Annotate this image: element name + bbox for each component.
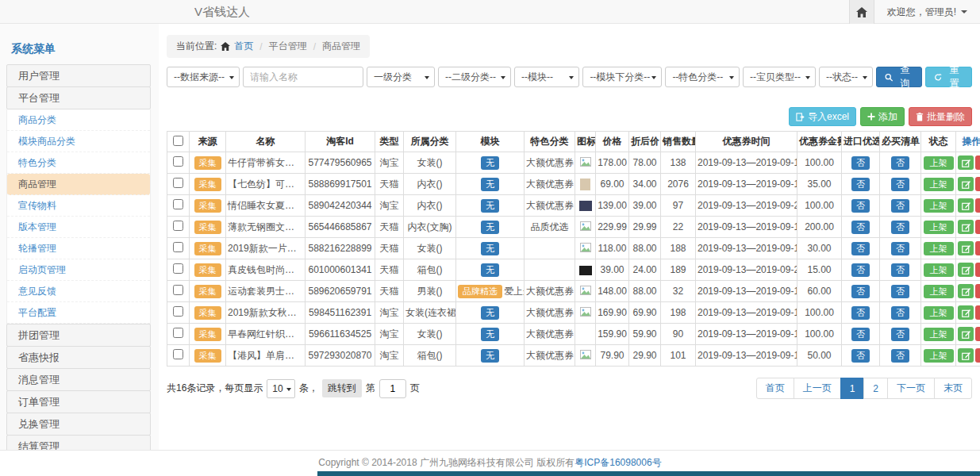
sidebar-item-商品分类[interactable]: 商品分类 bbox=[7, 109, 150, 131]
status-toggle[interactable]: 上架 bbox=[924, 178, 954, 191]
delete-button[interactable] bbox=[975, 327, 980, 341]
delete-button[interactable] bbox=[975, 305, 980, 320]
must-buy-toggle[interactable]: 否 bbox=[891, 178, 909, 191]
status-select[interactable]: --状态-- bbox=[819, 67, 873, 87]
status-toggle[interactable]: 上架 bbox=[924, 199, 954, 213]
import-select-toggle[interactable]: 否 bbox=[851, 221, 870, 234]
import-select-toggle[interactable]: 否 bbox=[851, 242, 870, 255]
sidebar-group-消息管理[interactable]: 消息管理 bbox=[6, 368, 151, 391]
status-toggle[interactable]: 上架 bbox=[924, 328, 954, 341]
edit-button[interactable] bbox=[958, 327, 974, 341]
import-excel-button[interactable]: 导入excel bbox=[789, 107, 856, 126]
edit-button[interactable] bbox=[958, 220, 974, 234]
data-source-select[interactable]: --数据来源-- bbox=[167, 67, 240, 87]
row-checkbox[interactable] bbox=[173, 263, 183, 274]
delete-button[interactable] bbox=[975, 220, 980, 234]
edit-button[interactable] bbox=[958, 177, 974, 191]
reset-button[interactable]: 重置 bbox=[925, 67, 972, 87]
import-select-toggle[interactable]: 否 bbox=[851, 306, 870, 320]
sidebar-group-省惠快报[interactable]: 省惠快报 bbox=[6, 346, 151, 369]
row-checkbox[interactable] bbox=[173, 221, 183, 231]
sidebar-item-模块商品分类[interactable]: 模块商品分类 bbox=[7, 131, 150, 152]
must-buy-toggle[interactable]: 否 bbox=[891, 242, 909, 255]
sidebar-item-意见反馈[interactable]: 意见反馈 bbox=[7, 281, 150, 302]
home-button[interactable] bbox=[849, 0, 874, 24]
module-select[interactable]: --模块-- bbox=[514, 67, 579, 87]
import-select-toggle[interactable]: 否 bbox=[851, 178, 870, 191]
search-button[interactable]: 查询 bbox=[876, 67, 923, 87]
sidebar-group-拼团管理[interactable]: 拼团管理 bbox=[6, 324, 151, 347]
import-select-toggle[interactable]: 否 bbox=[851, 156, 870, 170]
must-buy-toggle[interactable]: 否 bbox=[891, 349, 909, 363]
row-checkbox[interactable] bbox=[173, 306, 183, 317]
import-select-toggle[interactable]: 否 bbox=[851, 199, 870, 213]
status-toggle[interactable]: 上架 bbox=[924, 156, 954, 170]
edit-button[interactable] bbox=[958, 284, 974, 298]
must-buy-toggle[interactable]: 否 bbox=[891, 221, 909, 234]
status-toggle[interactable]: 上架 bbox=[924, 285, 954, 298]
edit-button[interactable] bbox=[958, 155, 974, 170]
row-checkbox[interactable] bbox=[173, 349, 183, 359]
delete-button[interactable] bbox=[975, 241, 980, 255]
page-number-input[interactable] bbox=[379, 379, 406, 398]
delete-button[interactable] bbox=[975, 198, 980, 213]
page-button-首页[interactable]: 首页 bbox=[756, 378, 794, 399]
import-select-toggle[interactable]: 否 bbox=[851, 285, 870, 298]
edit-button[interactable] bbox=[958, 348, 974, 363]
row-checkbox[interactable] bbox=[173, 178, 183, 188]
delete-button[interactable] bbox=[975, 177, 980, 191]
page-button-2[interactable]: 2 bbox=[863, 378, 888, 399]
must-buy-toggle[interactable]: 否 bbox=[891, 263, 909, 277]
sidebar-item-启动页管理[interactable]: 启动页管理 bbox=[7, 259, 150, 281]
select-all-checkbox[interactable] bbox=[173, 136, 183, 146]
icp-link[interactable]: 粤ICP备16098006号 bbox=[575, 457, 661, 468]
page-button-下一页[interactable]: 下一页 bbox=[887, 378, 935, 399]
import-select-toggle[interactable]: 否 bbox=[851, 263, 870, 277]
must-buy-toggle[interactable]: 否 bbox=[891, 328, 909, 341]
item-type-select[interactable]: --宝贝类型-- bbox=[743, 67, 816, 87]
sidebar-item-版本管理[interactable]: 版本管理 bbox=[7, 217, 150, 238]
add-button[interactable]: 添加 bbox=[860, 107, 905, 126]
delete-button[interactable] bbox=[975, 348, 980, 363]
status-toggle[interactable]: 上架 bbox=[924, 221, 954, 234]
batch-delete-button[interactable]: 批量删除 bbox=[909, 107, 972, 126]
sidebar-group-平台管理[interactable]: 平台管理 bbox=[6, 86, 151, 109]
import-select-toggle[interactable]: 否 bbox=[851, 328, 870, 341]
must-buy-toggle[interactable]: 否 bbox=[891, 306, 909, 320]
sidebar-group-兑换管理[interactable]: 兑换管理 bbox=[6, 413, 151, 436]
import-select-toggle[interactable]: 否 bbox=[851, 349, 870, 363]
edit-button[interactable] bbox=[958, 305, 974, 320]
sidebar-item-商品管理[interactable]: 商品管理 bbox=[7, 174, 150, 195]
breadcrumb-home-link[interactable]: 首页 bbox=[234, 40, 253, 53]
sidebar-group-用户管理[interactable]: 用户管理 bbox=[6, 64, 151, 87]
status-toggle[interactable]: 上架 bbox=[924, 263, 954, 277]
page-button-1[interactable]: 1 bbox=[840, 378, 865, 399]
status-toggle[interactable]: 上架 bbox=[924, 349, 954, 363]
delete-button[interactable] bbox=[975, 284, 980, 298]
edit-button[interactable] bbox=[958, 263, 974, 277]
row-checkbox[interactable] bbox=[173, 199, 183, 209]
edit-button[interactable] bbox=[958, 241, 974, 255]
user-menu[interactable]: 欢迎您，管理员! bbox=[874, 0, 980, 24]
must-buy-toggle[interactable]: 否 bbox=[891, 199, 909, 213]
feature-category-select[interactable]: --特色分类-- bbox=[665, 67, 740, 87]
status-toggle[interactable]: 上架 bbox=[924, 306, 954, 320]
page-button-末页[interactable]: 末页 bbox=[934, 378, 972, 399]
row-checkbox[interactable] bbox=[173, 328, 183, 338]
per-page-select[interactable]: 10 bbox=[267, 379, 294, 398]
level2-category-select[interactable]: --二级分类-- bbox=[438, 67, 511, 87]
sidebar-group-订单管理[interactable]: 订单管理 bbox=[6, 390, 151, 413]
sidebar-item-宣传物料[interactable]: 宣传物料 bbox=[7, 195, 150, 217]
module-sub-category-select[interactable]: --模块下分类-- bbox=[582, 67, 662, 87]
level1-category-select[interactable]: 一级分类 bbox=[367, 67, 435, 87]
jump-to-button[interactable]: 跳转到 bbox=[322, 379, 362, 397]
sidebar-item-平台配置[interactable]: 平台配置 bbox=[7, 302, 150, 324]
delete-button[interactable] bbox=[975, 263, 980, 277]
row-checkbox[interactable] bbox=[173, 156, 183, 167]
status-toggle[interactable]: 上架 bbox=[924, 242, 954, 255]
name-search-input[interactable] bbox=[243, 67, 363, 87]
sidebar-item-特色分类[interactable]: 特色分类 bbox=[7, 152, 150, 174]
row-checkbox[interactable] bbox=[173, 285, 183, 295]
sidebar-item-轮播管理[interactable]: 轮播管理 bbox=[7, 238, 150, 259]
page-button-上一页[interactable]: 上一页 bbox=[794, 378, 841, 399]
